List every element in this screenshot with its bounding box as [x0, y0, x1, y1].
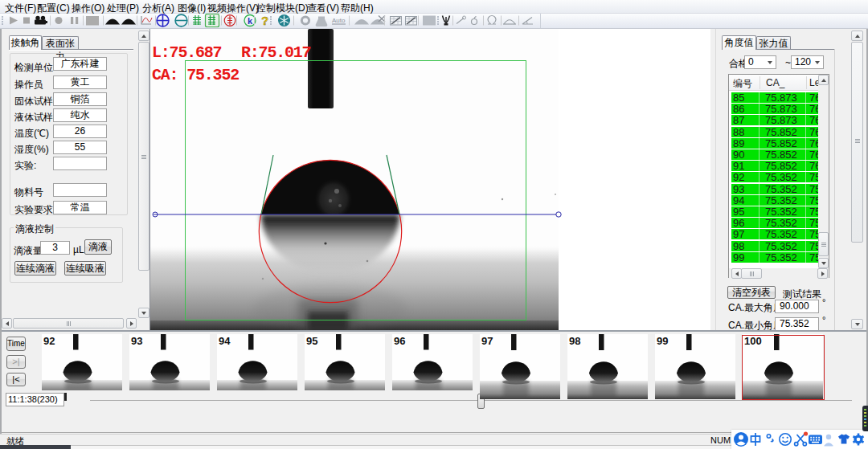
svg-text:?: ? [261, 14, 268, 27]
svg-text:CA: 75.352: CA: 75.352 [152, 66, 239, 84]
svg-text:L:75.687: L:75.687 [152, 43, 222, 62]
svg-text:Auto: Auto [332, 17, 346, 24]
svg-text:R:75.017: R:75.017 [241, 43, 311, 62]
svg-text:k: k [248, 16, 253, 26]
